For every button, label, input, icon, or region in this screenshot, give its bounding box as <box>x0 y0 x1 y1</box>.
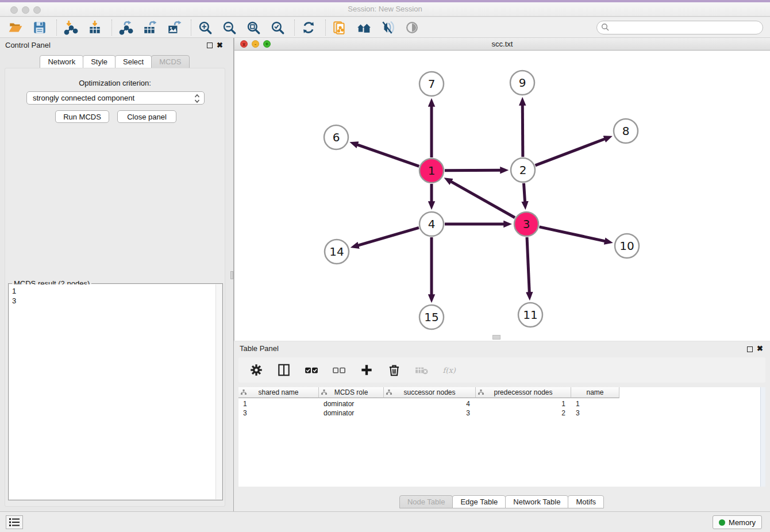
table-row[interactable]: 1dominator411 <box>238 399 619 408</box>
node-label-10: 10 <box>619 239 634 253</box>
mcds-result-area[interactable]: 1 3 <box>9 284 222 499</box>
node-label-7: 7 <box>428 77 436 91</box>
home-icon[interactable] <box>355 19 372 36</box>
criterion-dropdown[interactable]: strongly connected component <box>26 91 205 105</box>
column-header-successor-nodes[interactable]: successor nodes <box>384 387 476 398</box>
tab-motifs[interactable]: Motifs <box>568 495 604 508</box>
edge-1-6[interactable] <box>356 144 419 167</box>
search-input[interactable] <box>596 21 763 34</box>
run-mcds-button[interactable]: Run MCDS <box>55 110 109 123</box>
delete-table-icon <box>413 361 430 379</box>
float-panel-icon[interactable] <box>207 43 213 48</box>
split-view-icon[interactable] <box>275 361 292 379</box>
settings-gear-icon[interactable] <box>248 361 265 379</box>
column-header-shared-name[interactable]: shared name <box>238 387 319 398</box>
tab-network-table[interactable]: Network Table <box>505 495 568 508</box>
node-label-15: 15 <box>424 310 438 324</box>
edge-3-10[interactable] <box>539 227 606 241</box>
node-label-3: 3 <box>523 217 530 231</box>
tab-network[interactable]: Network <box>40 55 83 68</box>
float-table-panel-icon[interactable] <box>747 346 753 352</box>
save-session-icon[interactable] <box>31 19 48 36</box>
node-6[interactable]: 6 <box>324 125 348 149</box>
cell-shared-name: 3 <box>238 408 319 418</box>
tab-select[interactable]: Select <box>115 55 152 68</box>
edge-3-1[interactable] <box>449 181 515 218</box>
export-image-icon[interactable] <box>165 19 183 36</box>
close-panel-icon[interactable]: ✖ <box>217 41 223 49</box>
node-1[interactable]: 1 <box>419 159 444 183</box>
mcds-panel: Optimization criterion: strongly connect… <box>5 68 225 507</box>
export-network-icon[interactable] <box>117 19 134 36</box>
column-header-predecessor-nodes[interactable]: predecessor nodes <box>476 387 571 398</box>
node-15[interactable]: 15 <box>419 305 444 329</box>
tab-edge-table[interactable]: Edge Table <box>452 495 506 508</box>
close-table-panel-icon[interactable]: ✖ <box>757 344 763 353</box>
toolbar-separator <box>294 20 295 36</box>
node-2[interactable]: 2 <box>511 158 535 182</box>
column-header-name[interactable]: name <box>571 387 619 398</box>
main-toolbar <box>0 17 770 38</box>
app-title: Session: New Session <box>0 5 770 13</box>
node-table: shared nameMCDS rolesuccessor nodesprede… <box>238 387 765 487</box>
divider-grip[interactable] <box>230 271 233 279</box>
node-11[interactable]: 11 <box>518 303 542 327</box>
node-label-9: 9 <box>519 76 526 90</box>
toolbar-separator <box>191 20 191 36</box>
list-icon <box>9 518 20 527</box>
delete-column-icon[interactable] <box>386 361 403 379</box>
column-header-MCDS-role[interactable]: MCDS role <box>319 387 384 398</box>
toolbar-search <box>596 21 763 34</box>
import-network-icon[interactable] <box>62 19 79 36</box>
edge-2-9[interactable] <box>522 103 523 157</box>
control-panel: Control Panel ✖ NetworkStyleSelectMCDS O… <box>0 38 230 511</box>
add-column-icon[interactable] <box>358 361 375 379</box>
node-3[interactable]: 3 <box>514 212 538 236</box>
edge-3-11[interactable] <box>527 237 529 294</box>
memory-label: Memory <box>729 518 756 527</box>
node-label-14: 14 <box>329 245 344 259</box>
unselect-all-columns-icon[interactable] <box>330 361 348 379</box>
node-9[interactable]: 9 <box>510 71 534 95</box>
node-4[interactable]: 4 <box>419 212 444 236</box>
node-10[interactable]: 10 <box>615 234 639 258</box>
apply-layout-icon[interactable] <box>300 19 317 36</box>
tab-mcds[interactable]: MCDS <box>151 55 189 68</box>
result-scrollbar[interactable] <box>215 284 222 499</box>
zoom-in-icon[interactable] <box>197 19 214 36</box>
show-graphics-details-icon[interactable] <box>403 19 421 36</box>
horizontal-divider-grip[interactable] <box>492 335 500 340</box>
network-canvas[interactable]: 7968124314101511 <box>234 51 770 341</box>
select-all-columns-icon[interactable] <box>303 361 320 379</box>
cell-predecessor-nodes: 1 <box>476 399 571 408</box>
task-history-button[interactable] <box>6 515 23 529</box>
table-scrollbar[interactable] <box>760 387 765 487</box>
optimization-criterion-label: Optimization criterion: <box>5 79 225 87</box>
table-row[interactable]: 3dominator323 <box>238 408 619 418</box>
edge-2-3[interactable] <box>523 183 525 203</box>
chevron-up-down-icon <box>194 94 200 105</box>
zoom-fit-icon[interactable] <box>245 19 262 36</box>
node-7[interactable]: 7 <box>419 72 444 96</box>
edge-2-8[interactable] <box>536 138 607 165</box>
control-panel-tabs: NetworkStyleSelectMCDS <box>0 55 230 68</box>
signal-icon[interactable] <box>379 19 396 36</box>
export-table-icon[interactable] <box>141 19 159 36</box>
memory-button[interactable]: Memory <box>713 515 762 529</box>
control-panel-header: Control Panel ✖ <box>0 38 230 53</box>
node-label-4: 4 <box>428 217 436 231</box>
panel-divider[interactable] <box>230 38 234 511</box>
zoom-selected-icon[interactable] <box>269 19 286 36</box>
tab-style[interactable]: Style <box>83 55 116 68</box>
close-panel-button[interactable]: Close panel <box>117 110 176 123</box>
edge-4-14[interactable] <box>357 228 419 246</box>
node-14[interactable]: 14 <box>325 240 349 264</box>
zoom-out-icon[interactable] <box>221 19 238 36</box>
open-session-icon[interactable] <box>7 19 24 36</box>
import-table-icon[interactable] <box>86 19 103 36</box>
node-8[interactable]: 8 <box>614 119 638 143</box>
network-from-selection-icon[interactable] <box>331 19 348 36</box>
edge-1-2[interactable] <box>445 170 502 171</box>
tab-node-table[interactable]: Node Table <box>399 495 453 508</box>
table-panel: Table Panel ✖ <box>234 342 770 511</box>
